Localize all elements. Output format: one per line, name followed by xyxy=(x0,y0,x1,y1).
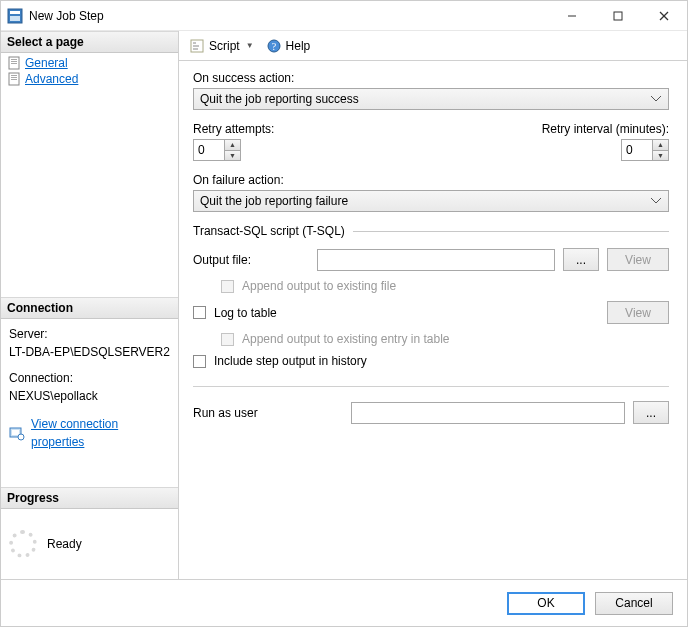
close-button[interactable] xyxy=(641,1,687,31)
output-file-view-button: View xyxy=(607,248,669,271)
view-connection-properties-link[interactable]: View connection properties xyxy=(31,415,170,451)
progress-status: Ready xyxy=(47,537,82,551)
script-button[interactable]: Script ▼ xyxy=(185,36,258,56)
minimize-button[interactable] xyxy=(549,1,595,31)
output-file-browse-button[interactable]: ... xyxy=(563,248,599,271)
sidebar: Select a page General Advanced Connectio… xyxy=(1,31,179,579)
page-link[interactable]: General xyxy=(25,56,68,70)
svg-rect-10 xyxy=(11,63,17,64)
output-file-label: Output file: xyxy=(193,253,309,267)
toolbar: Script ▼ ? Help xyxy=(179,31,687,61)
svg-rect-12 xyxy=(11,75,17,76)
svg-rect-16 xyxy=(12,430,19,435)
select-page-header: Select a page xyxy=(1,31,178,53)
connection-info: Server: LT-DBA-EP\EDSQLSERVER2016 Connec… xyxy=(1,319,178,457)
run-as-user-input[interactable] xyxy=(351,402,625,424)
svg-rect-2 xyxy=(10,16,20,21)
on-failure-select[interactable]: Quit the job reporting failure xyxy=(193,190,669,212)
append-table-checkbox xyxy=(221,333,234,346)
help-button[interactable]: ? Help xyxy=(262,36,315,56)
append-table-label: Append output to existing entry in table xyxy=(242,332,449,346)
svg-rect-4 xyxy=(614,12,622,20)
page-icon xyxy=(7,72,21,86)
page-item-advanced[interactable]: Advanced xyxy=(5,71,174,87)
maximize-button[interactable] xyxy=(595,1,641,31)
log-table-view-button: View xyxy=(607,301,669,324)
svg-rect-1 xyxy=(10,11,20,14)
on-success-select[interactable]: Quit the job reporting success xyxy=(193,88,669,110)
on-failure-label: On failure action: xyxy=(193,173,669,187)
chevron-down-icon xyxy=(648,194,664,208)
retry-attempts-label: Retry attempts: xyxy=(193,122,274,136)
script-icon xyxy=(189,38,205,54)
help-icon: ? xyxy=(266,38,282,54)
output-file-input[interactable] xyxy=(317,249,555,271)
cancel-button[interactable]: Cancel xyxy=(595,592,673,615)
append-output-file-checkbox xyxy=(221,280,234,293)
chevron-down-icon: ▼ xyxy=(246,41,254,50)
connection-value: NEXUS\epollack xyxy=(9,387,170,405)
svg-rect-8 xyxy=(11,59,17,60)
log-to-table-label: Log to table xyxy=(214,306,277,320)
script-label: Script xyxy=(209,39,240,53)
stepper-down-button[interactable]: ▼ xyxy=(225,151,240,161)
retry-interval-stepper[interactable]: ▲ ▼ xyxy=(621,139,669,161)
svg-text:?: ? xyxy=(271,41,276,52)
svg-rect-13 xyxy=(11,77,17,78)
connection-properties-icon xyxy=(9,425,25,441)
log-to-table-checkbox[interactable] xyxy=(193,306,206,319)
divider xyxy=(193,386,669,387)
include-history-label: Include step output in history xyxy=(214,354,367,368)
on-failure-value: Quit the job reporting failure xyxy=(200,194,348,208)
retry-interval-label: Retry interval (minutes): xyxy=(542,122,669,136)
run-as-user-browse-button[interactable]: ... xyxy=(633,401,669,424)
tsql-fieldset-title: Transact-SQL script (T-SQL) xyxy=(193,224,345,238)
on-success-label: On success action: xyxy=(193,71,669,85)
retry-attempts-input[interactable] xyxy=(194,140,224,160)
svg-point-17 xyxy=(18,434,24,440)
server-label: Server: xyxy=(9,325,170,343)
run-as-user-label: Run as user xyxy=(193,406,343,420)
page-item-general[interactable]: General xyxy=(5,55,174,71)
ok-button[interactable]: OK xyxy=(507,592,585,615)
app-icon xyxy=(7,8,23,24)
connection-label: Connection: xyxy=(9,369,170,387)
on-success-value: Quit the job reporting success xyxy=(200,92,359,106)
progress-header: Progress xyxy=(1,487,178,509)
retry-interval-input[interactable] xyxy=(622,140,652,160)
progress-spinner-icon xyxy=(9,530,37,558)
append-output-file-label: Append output to existing file xyxy=(242,279,396,293)
svg-rect-9 xyxy=(11,61,17,62)
retry-attempts-stepper[interactable]: ▲ ▼ xyxy=(193,139,241,161)
svg-rect-14 xyxy=(11,79,17,80)
connection-header: Connection xyxy=(1,297,178,319)
dialog-footer: OK Cancel xyxy=(1,579,687,626)
stepper-up-button[interactable]: ▲ xyxy=(653,140,668,151)
server-value: LT-DBA-EP\EDSQLSERVER2016 xyxy=(9,343,170,361)
stepper-up-button[interactable]: ▲ xyxy=(225,140,240,151)
main-panel: Script ▼ ? Help On success action: Quit … xyxy=(179,31,687,579)
page-link[interactable]: Advanced xyxy=(25,72,78,86)
help-label: Help xyxy=(286,39,311,53)
window-title: New Job Step xyxy=(29,9,104,23)
titlebar: New Job Step xyxy=(1,1,687,31)
include-history-checkbox[interactable] xyxy=(193,355,206,368)
divider xyxy=(353,231,669,232)
chevron-down-icon xyxy=(648,92,664,106)
stepper-down-button[interactable]: ▼ xyxy=(653,151,668,161)
page-icon xyxy=(7,56,21,70)
